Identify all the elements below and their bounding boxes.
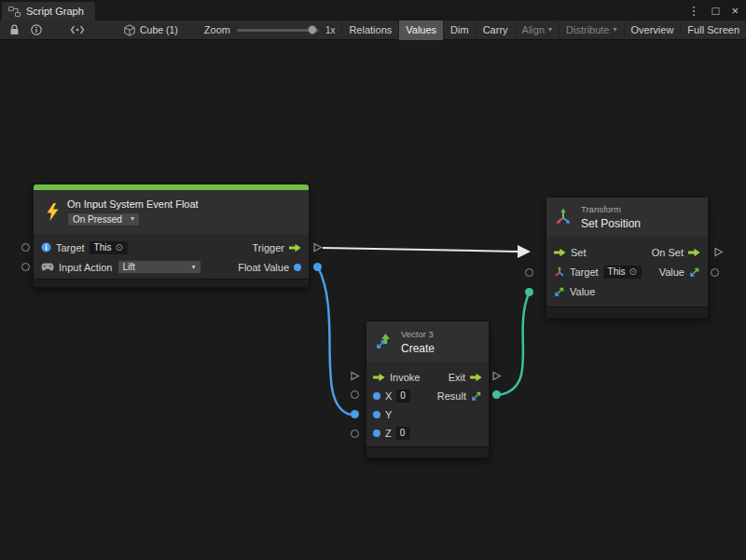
gameobject-info-icon xyxy=(41,242,51,253)
fullscreen-button[interactable]: Full Screen xyxy=(680,20,746,40)
node-type-label: Transform xyxy=(581,204,641,214)
transform-mini-icon xyxy=(554,266,565,278)
result-port-label: Result xyxy=(437,390,466,402)
lock-icon[interactable] xyxy=(4,20,25,40)
maximize-icon[interactable]: □ xyxy=(712,5,720,17)
port-vector-result-out[interactable] xyxy=(491,389,502,400)
chevron-down-icon: ▾ xyxy=(548,26,552,34)
flow-arrow-icon xyxy=(289,243,301,253)
zoom-slider[interactable] xyxy=(237,29,319,32)
titlebar: Script Graph ⋮ □ × xyxy=(0,0,746,20)
window-controls: ⋮ □ × xyxy=(688,0,739,20)
transform-node-header: Transform Set Position xyxy=(546,198,708,237)
zoom-control: Zoom 1x xyxy=(204,24,336,35)
value-in-port-label: Value xyxy=(570,286,595,297)
graph-owner-label: Cube (1) xyxy=(140,24,178,35)
float-port-icon xyxy=(373,411,380,418)
graph-toolbar: Cube (1) Zoom 1x Relations Values Dim Ca… xyxy=(0,20,746,40)
set-port-label: Set xyxy=(571,247,587,258)
node-footer xyxy=(34,279,309,287)
input-action-port-label: Input Action xyxy=(59,262,113,273)
target-value-box[interactable]: This ⊙ xyxy=(90,241,128,254)
port-transform-value-in[interactable] xyxy=(524,287,534,297)
tab-title: Script Graph xyxy=(26,6,84,17)
graph-owner-breadcrumb[interactable]: Cube (1) xyxy=(124,24,178,36)
flow-arrow-icon xyxy=(470,373,482,382)
input-action-dropdown[interactable]: Lift ▾ xyxy=(117,260,201,274)
distribute-button[interactable]: Distribute▾ xyxy=(559,20,623,40)
chevron-down-icon: ▾ xyxy=(191,264,195,271)
target-value-box[interactable]: This ⊙ xyxy=(603,266,642,279)
target-port-label: Target xyxy=(56,242,85,253)
flow-arrow-icon xyxy=(554,248,566,257)
vector-port-icon xyxy=(471,390,482,402)
node-title: On Input System Event Float xyxy=(67,198,199,210)
value-out-port-label: Value xyxy=(659,266,684,278)
flow-arrow-icon xyxy=(373,373,385,382)
close-icon[interactable]: × xyxy=(731,5,739,17)
event-target-row: Target This ⊙ Trigger xyxy=(34,238,309,257)
port-vector-z-in[interactable] xyxy=(350,429,360,439)
chevron-down-icon: ▾ xyxy=(131,215,134,223)
transform-icon xyxy=(554,208,573,226)
vector-port-icon xyxy=(689,266,700,278)
port-event-trigger-out[interactable] xyxy=(312,242,323,253)
invoke-port-label: Invoke xyxy=(390,372,420,383)
port-vector-invoke-in[interactable] xyxy=(350,371,360,381)
toolbar-buttons: Relations Values Dim Carry Align▾ Distri… xyxy=(341,20,746,40)
relations-button[interactable]: Relations xyxy=(341,20,398,40)
float-port-icon xyxy=(373,430,380,437)
zoom-value: 1x xyxy=(325,25,336,35)
float-value-port-label: Float Value xyxy=(238,262,289,273)
y-port-label: Y xyxy=(385,409,392,420)
vector-y-row: Y xyxy=(366,405,489,424)
node-transform-set-position[interactable]: Transform Set Position Set On Set xyxy=(546,197,709,319)
port-event-input-action-in[interactable] xyxy=(21,262,31,272)
dim-button[interactable]: Dim xyxy=(443,20,476,40)
carousel-icon[interactable] xyxy=(64,20,90,40)
vector-port-icon xyxy=(554,286,565,297)
port-transform-value-out[interactable] xyxy=(710,267,720,278)
align-button[interactable]: Align▾ xyxy=(515,20,559,40)
event-node-header: On Input System Event Float On Pressed ▾ xyxy=(34,190,309,234)
x-value-field[interactable]: 0 xyxy=(396,389,410,403)
gamepad-icon xyxy=(41,263,54,271)
port-vector-exit-out[interactable] xyxy=(491,371,502,381)
node-title: Create xyxy=(401,342,435,355)
info-icon[interactable] xyxy=(25,20,48,40)
values-button[interactable]: Values xyxy=(398,20,443,40)
vector-node-header: Vector 3 Create xyxy=(366,321,489,362)
vector-invoke-row: Invoke Exit xyxy=(366,368,489,387)
port-event-target-in[interactable] xyxy=(21,242,31,253)
port-event-float-value-out[interactable] xyxy=(312,262,323,272)
script-graph-window: Script Graph ⋮ □ × Cube (1) Zoom xyxy=(0,0,746,560)
float-port-icon xyxy=(373,392,380,400)
node-footer xyxy=(546,307,708,318)
vector-x-row: X 0 Result xyxy=(366,387,489,405)
port-vector-x-in[interactable] xyxy=(350,389,360,400)
object-picker-icon: ⊙ xyxy=(629,267,636,277)
zoom-slider-knob[interactable] xyxy=(308,25,317,34)
menu-icon[interactable]: ⋮ xyxy=(688,5,700,17)
transform-set-row: Set On Set xyxy=(546,242,708,262)
port-transform-onset-out[interactable] xyxy=(713,247,724,257)
z-value-field[interactable]: 0 xyxy=(396,427,410,440)
exit-port-label: Exit xyxy=(449,372,465,383)
trigger-port-label: Trigger xyxy=(253,242,284,253)
cube-icon xyxy=(124,24,135,36)
overview-button[interactable]: Overview xyxy=(624,20,681,40)
lightning-icon xyxy=(47,203,59,221)
port-transform-target-in[interactable] xyxy=(524,267,534,278)
node-type-label: Vector 3 xyxy=(401,329,435,339)
node-on-input-system-event-float[interactable]: On Input System Event Float On Pressed ▾… xyxy=(33,184,310,288)
z-port-label: Z xyxy=(385,428,392,439)
event-mode-dropdown[interactable]: On Pressed ▾ xyxy=(67,212,140,226)
transform-value-row: Value xyxy=(546,281,708,301)
chevron-down-icon: ▾ xyxy=(614,26,617,34)
graph-canvas[interactable]: On Input System Event Float On Pressed ▾… xyxy=(0,40,746,560)
port-vector-y-in[interactable] xyxy=(350,409,360,419)
object-picker-icon: ⊙ xyxy=(115,243,122,253)
tab-script-graph[interactable]: Script Graph xyxy=(2,2,95,20)
node-vector3-create[interactable]: Vector 3 Create Invoke Exit xyxy=(366,321,490,458)
carry-button[interactable]: Carry xyxy=(476,20,515,40)
